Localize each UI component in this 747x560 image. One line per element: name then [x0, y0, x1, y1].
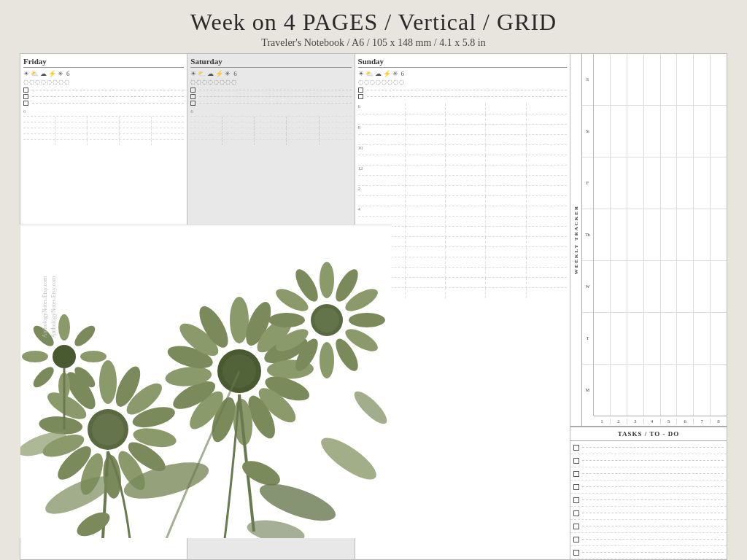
svg-point-42 [349, 313, 385, 327]
weekly-tracker-section: WEEKLY TRACKER S St F Th W T [570, 54, 727, 427]
task-row-9 [570, 546, 727, 559]
svg-point-53 [58, 314, 70, 341]
sunday-checkbox-1 [358, 88, 567, 93]
svg-point-1 [99, 360, 117, 404]
saturday-checkbox-2 [190, 94, 351, 99]
etsy-watermark: AnthologyNotes.Etsy.com [50, 276, 57, 337]
task-checkbox-2[interactable] [573, 458, 579, 464]
svg-point-55 [80, 351, 107, 362]
tasks-section: TASKS / TO - DO [570, 427, 727, 559]
friday-rain: ◌◌◌◌◌◌◌◌ [23, 79, 184, 85]
day-m: M [582, 365, 593, 416]
svg-point-39 [320, 262, 334, 298]
task-row-2 [570, 454, 727, 467]
saturday-checkbox-3 [190, 101, 351, 106]
svg-point-52 [314, 308, 339, 332]
svg-point-19 [230, 297, 249, 343]
day-s: S [582, 54, 593, 106]
saturday-weather: ☀ ⛅ ☁ ⚡ ✳ 6 [190, 70, 351, 77]
weekly-tracker-label: WEEKLY TRACKER [573, 205, 579, 274]
tasks-header: TASKS / TO - DO [570, 427, 727, 441]
task-row-6 [570, 507, 727, 520]
task-row-3 [570, 467, 727, 481]
saturday-time-6: 6 [190, 109, 351, 114]
right-panel: WEEKLY TRACKER S St F Th W T [570, 53, 727, 560]
day-f: F [582, 158, 593, 209]
friday-weather: ☀ ⛅ ☁ ⚡ ✳ 6 [23, 70, 184, 77]
sunday-rain: ◌◌◌◌◌◌◌◌ [358, 79, 567, 85]
day-w: W [582, 261, 593, 313]
friday-checkbox-1 [23, 88, 184, 93]
task-row-5 [570, 494, 727, 507]
friday-checkbox-2 [23, 94, 184, 99]
svg-point-61 [53, 345, 76, 368]
sunday-weather: ☀ ⛅ ☁ ⚡ ✳ 6 [358, 70, 567, 77]
day-th: Th [582, 209, 593, 261]
task-checkbox-3[interactable] [573, 471, 579, 477]
saturday-rain: ◌◌◌◌◌◌◌◌ [190, 79, 351, 85]
saturday-label: Saturday [190, 57, 351, 68]
main-content: AnthologyNotes.Etsy.com Friday ☀ ⛅ ☁ ⚡ ✳… [20, 53, 727, 560]
friday-time-6: 6 [23, 109, 184, 114]
floral-overlay [20, 225, 392, 538]
task-row-8 [570, 533, 727, 546]
task-checkbox-6[interactable] [573, 510, 579, 516]
saturday-checkbox-1 [190, 88, 351, 93]
floral-illustration [20, 225, 392, 538]
svg-point-16 [92, 413, 124, 446]
page-background: Week on 4 PAGES / Vertical / GRID Travel… [0, 0, 747, 560]
task-row-7 [570, 520, 727, 533]
task-row-1 [570, 441, 727, 454]
sunday-label: Sunday [358, 57, 567, 68]
friday-label: Friday [23, 57, 184, 68]
day-t: T [582, 313, 593, 365]
watermark: AnthologyNotes.Etsy.com [42, 276, 48, 337]
task-row-4 [570, 481, 727, 494]
task-checkbox-1[interactable] [573, 445, 579, 451]
svg-point-45 [320, 342, 334, 378]
task-checkbox-7[interactable] [573, 524, 579, 529]
svg-point-48 [268, 313, 305, 327]
task-checkbox-4[interactable] [573, 484, 579, 490]
day-st: St [582, 106, 593, 158]
task-checkbox-9[interactable] [573, 550, 579, 556]
svg-point-59 [22, 351, 48, 362]
sunday-checkbox-2 [358, 94, 567, 99]
page-title: Week on 4 PAGES / Vertical / GRID [0, 9, 747, 36]
task-checkbox-8[interactable] [573, 537, 579, 542]
header: Week on 4 PAGES / Vertical / GRID Travel… [0, 0, 747, 53]
page-subtitle: Traveler's Notebook / A6 / 105 x 148 mm … [0, 37, 747, 49]
task-checkbox-5[interactable] [573, 497, 579, 503]
friday-checkbox-3 [23, 101, 184, 106]
